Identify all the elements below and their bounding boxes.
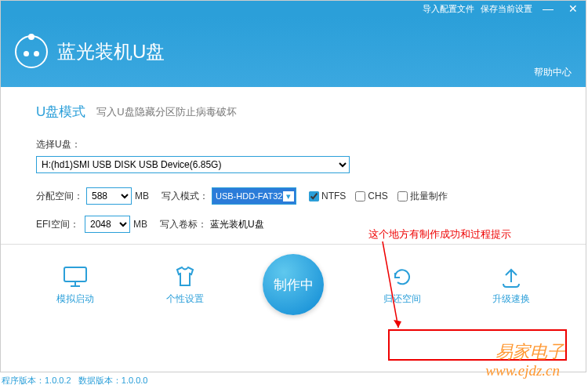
actions-bar: 模拟启动 个性设置 制作中 归还空间 升级 xyxy=(36,251,550,315)
select-usb-dropdown[interactable]: H:(hd1)SMI USB DISK USB Device(6.85G) xyxy=(36,156,350,173)
chs-checkbox-input[interactable] xyxy=(355,191,365,201)
svg-rect-0 xyxy=(64,267,86,281)
save-settings-link[interactable]: 保存当前设置 xyxy=(481,3,532,15)
ntfs-label: NTFS xyxy=(321,191,346,201)
divider xyxy=(1,244,586,245)
ntfs-checkbox[interactable]: NTFS xyxy=(309,191,346,201)
minimize-button[interactable]: — xyxy=(539,2,557,16)
batch-checkbox[interactable]: 批量制作 xyxy=(397,190,448,203)
chs-checkbox[interactable]: CHS xyxy=(355,191,387,201)
close-button[interactable]: ✕ xyxy=(564,2,583,16)
volname-input[interactable] xyxy=(210,216,304,232)
titlebar: 导入配置文件 保存当前设置 — ✕ xyxy=(1,1,586,16)
upgrade-label: 升级速换 xyxy=(492,292,530,306)
select-usb-label: 选择U盘： xyxy=(36,138,82,151)
alloc-space-dropdown[interactable]: 588 xyxy=(86,187,132,205)
content-area: U盘模式 写入U盘隐藏分区防止病毒破坏 选择U盘： H:(hd1)SMI USB… xyxy=(1,87,586,323)
header: 蓝光装机U盘 帮助中心 xyxy=(1,16,586,87)
annotation-arrow xyxy=(375,241,406,336)
make-label: 制作中 xyxy=(274,276,314,294)
watermark-name: 易家电子 xyxy=(495,340,564,364)
mode-desc: 写入U盘隐藏分区防止病毒破坏 xyxy=(96,105,236,119)
chs-label: CHS xyxy=(368,191,387,201)
make-button[interactable]: 制作中 xyxy=(263,254,324,315)
volname-label: 写入卷标： xyxy=(160,218,207,231)
upload-icon xyxy=(497,264,525,289)
import-config-link[interactable]: 导入配置文件 xyxy=(423,3,474,15)
upgrade-button[interactable]: 升级速换 xyxy=(480,264,543,306)
mode-title: U盘模式 xyxy=(36,103,85,121)
app-title: 蓝光装机U盘 xyxy=(57,39,165,64)
tshirt-icon xyxy=(171,264,199,289)
sim-boot-button[interactable]: 模拟启动 xyxy=(44,264,107,306)
logo-icon xyxy=(15,35,48,68)
annotation-text: 这个地方有制作成功和过程提示 xyxy=(368,227,511,241)
write-mode-label: 写入模式： xyxy=(162,190,209,203)
batch-checkbox-input[interactable] xyxy=(397,191,408,201)
help-link[interactable]: 帮助中心 xyxy=(534,66,572,79)
personal-label: 个性设置 xyxy=(166,292,204,306)
sim-boot-label: 模拟启动 xyxy=(56,292,94,306)
efi-space-dropdown[interactable]: 2048 xyxy=(85,216,130,233)
write-mode-dropdown[interactable]: USB-HDD-FAT32 ▾ xyxy=(212,187,296,205)
efi-unit: MB xyxy=(133,219,147,230)
alloc-unit: MB xyxy=(135,191,149,201)
ntfs-checkbox-input[interactable] xyxy=(309,191,319,201)
batch-label: 批量制作 xyxy=(410,190,448,203)
write-mode-value: USB-HDD-FAT32 xyxy=(216,191,282,201)
efi-space-label: EFI空间： xyxy=(36,218,82,231)
svg-line-3 xyxy=(383,241,398,328)
personal-button[interactable]: 个性设置 xyxy=(154,264,216,306)
chevron-down-icon: ▾ xyxy=(283,191,294,201)
watermark-url: www.ejdz.cn xyxy=(485,362,560,379)
monitor-icon xyxy=(61,264,89,289)
app-window: 导入配置文件 保存当前设置 — ✕ 蓝光装机U盘 帮助中心 U盘模式 写入U盘隐… xyxy=(0,0,586,372)
alloc-space-label: 分配空间： xyxy=(36,190,83,203)
footer-version: 程序版本：1.0.0.2 数据版本：1.0.0.0 xyxy=(2,375,147,387)
